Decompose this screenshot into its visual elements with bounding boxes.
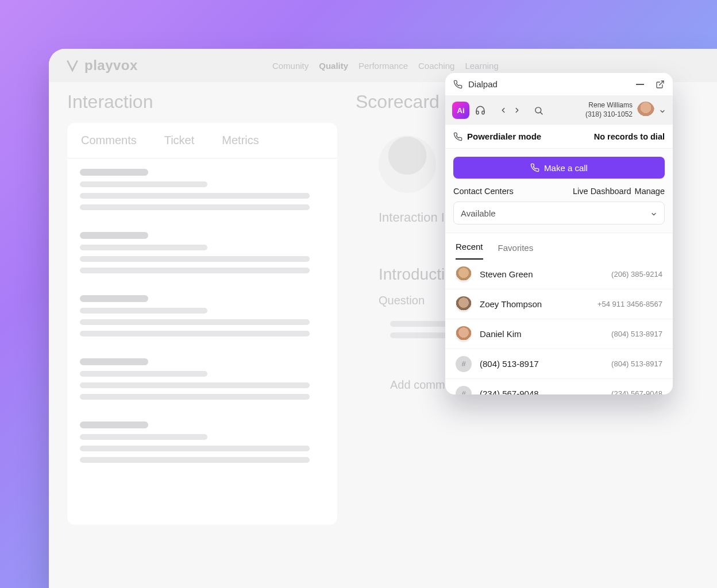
recent-item[interactable]: # (234) 567-9048 (234) 567-9048 <box>445 379 673 394</box>
hash-icon: # <box>456 386 472 395</box>
contact-name: Daniel Kim <box>480 329 522 339</box>
contact-name: Zoey Thompson <box>480 299 542 309</box>
skeleton-block <box>67 158 337 222</box>
minimize-icon[interactable] <box>636 84 644 85</box>
chevron-down-icon[interactable] <box>659 107 666 114</box>
manage-link[interactable]: Manage <box>635 187 665 196</box>
contact-phone: (206) 385-9214 <box>611 270 662 278</box>
contact-name: (234) 567-9048 <box>480 389 539 394</box>
popout-icon[interactable] <box>656 80 665 89</box>
nav-quality[interactable]: Quality <box>319 61 348 71</box>
recent-item[interactable]: Steven Green (206) 385-9214 <box>445 260 673 289</box>
svg-line-2 <box>541 112 542 114</box>
interaction-panel: Interaction Comments Ticket Metrics <box>67 91 337 588</box>
nav-community[interactable]: Comunity <box>272 61 309 71</box>
headphones-icon[interactable] <box>475 105 485 115</box>
dialpad-user-name: Rene Williams <box>585 101 633 110</box>
tab-comments[interactable]: Comments <box>67 123 151 158</box>
question-label: Question <box>379 294 425 307</box>
chevron-down-icon <box>650 210 657 216</box>
recent-item[interactable]: Zoey Thompson +54 911 3456-8567 <box>445 289 673 319</box>
live-dashboard-link[interactable]: Live Dashboard <box>573 187 631 196</box>
contact-avatar <box>456 296 472 312</box>
ai-badge-icon[interactable]: Ai <box>452 102 469 119</box>
recent-list: Steven Green (206) 385-9214 Zoey Thompso… <box>445 260 673 394</box>
dialpad-title: Dialpad <box>468 79 498 89</box>
playvox-logo: playvox <box>65 57 138 74</box>
svg-point-1 <box>535 107 541 113</box>
interaction-title: Interaction <box>67 91 337 113</box>
availability-select[interactable]: Available <box>453 202 665 225</box>
phone-icon <box>530 163 539 172</box>
recent-item[interactable]: # (804) 513-8917 (804) 513-8917 <box>445 349 673 379</box>
contact-phone: (234) 567-9048 <box>611 389 662 394</box>
skeleton-block <box>67 348 337 411</box>
skeleton-block <box>67 411 337 474</box>
contact-name: (804) 513-8917 <box>480 359 539 369</box>
contact-centers-row: Contact Centers Live Dashboard Manage <box>453 187 665 196</box>
nav-performance[interactable]: Performance <box>358 61 408 71</box>
svg-line-0 <box>660 81 664 85</box>
contact-avatar <box>456 326 472 342</box>
dialpad-panel: Dialpad Ai Rene Williams (318) 310-1052 <box>445 73 673 394</box>
nav-back-icon[interactable] <box>499 106 507 114</box>
nav-forward-icon[interactable] <box>513 106 521 114</box>
nav-learning[interactable]: Learning <box>465 61 498 71</box>
make-call-label: Make a call <box>544 163 588 173</box>
skeleton-block <box>67 285 337 348</box>
comments-card: Comments Ticket Metrics <box>67 123 337 525</box>
phone-icon <box>453 132 462 141</box>
playvox-brand-text: playvox <box>84 57 138 74</box>
no-records-label: No records to dial <box>594 132 665 141</box>
skeleton-block <box>67 222 337 285</box>
dialpad-body: Make a call Contact Centers Live Dashboa… <box>445 149 673 233</box>
phone-icon <box>453 80 462 89</box>
contact-avatar <box>456 266 472 283</box>
make-call-button[interactable]: Make a call <box>453 157 665 179</box>
contact-phone: +54 911 3456-8567 <box>598 300 662 308</box>
availability-value: Available <box>461 208 496 218</box>
contact-name: Steven Green <box>480 269 533 279</box>
recent-item[interactable]: Daniel Kim (804) 513-8917 <box>445 319 673 349</box>
powerdialer-row: Powerdialer mode No records to dial <box>445 125 673 149</box>
dialpad-tabs: Recent Favorites <box>445 233 673 260</box>
contact-centers-label: Contact Centers <box>453 187 514 196</box>
contact-phone: (804) 513-8917 <box>611 330 662 338</box>
dialpad-user-phone: (318) 310-1052 <box>585 110 633 119</box>
tab-metrics[interactable]: Metrics <box>208 123 272 158</box>
comments-tabs: Comments Ticket Metrics <box>67 123 337 158</box>
powerdialer-label: Powerdialer mode <box>467 131 541 141</box>
tab-recent[interactable]: Recent <box>456 242 483 260</box>
dialpad-user[interactable]: Rene Williams (318) 310-1052 <box>585 101 666 119</box>
dialpad-user-text: Rene Williams (318) 310-1052 <box>585 101 633 119</box>
dialpad-header: Ai Rene Williams (318) 310-1052 <box>445 96 673 125</box>
search-icon[interactable] <box>534 106 543 115</box>
dialpad-titlebar: Dialpad <box>445 73 673 96</box>
nav-coaching[interactable]: Coaching <box>418 61 454 71</box>
playvox-nav: Comunity Quality Performance Coaching Le… <box>272 61 499 71</box>
scorecard-avatar <box>379 136 436 193</box>
tab-ticket[interactable]: Ticket <box>151 123 209 158</box>
tab-favorites[interactable]: Favorites <box>498 243 534 260</box>
dialpad-user-avatar <box>637 102 654 119</box>
playvox-logo-icon <box>65 58 80 73</box>
contact-phone: (804) 513-8917 <box>611 359 662 368</box>
hash-icon: # <box>456 356 472 372</box>
